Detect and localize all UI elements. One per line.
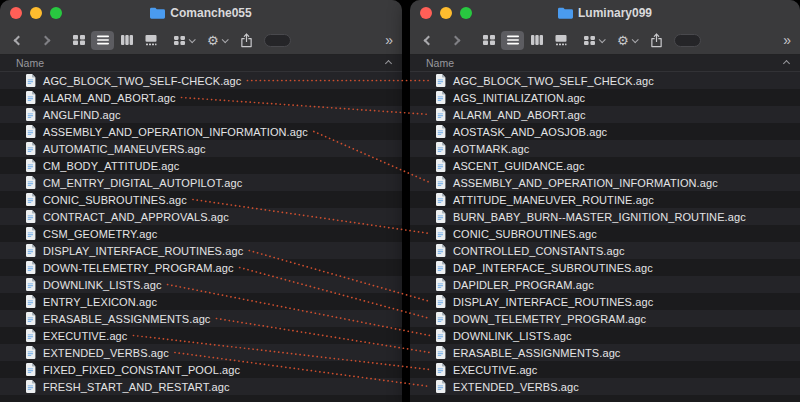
forward-button[interactable]	[40, 32, 54, 48]
document-icon	[25, 193, 36, 206]
chevron-down-icon	[599, 36, 606, 43]
zoom-button[interactable]	[50, 7, 62, 19]
gallery-view-button[interactable]	[139, 31, 162, 50]
file-row[interactable]: ALARM_AND_ABORT.agc	[410, 106, 800, 123]
file-row[interactable]: CSM_GEOMETRY.agc	[0, 225, 402, 242]
file-row[interactable]: DAP_INTERFACE_SUBROUTINES.agc	[410, 259, 800, 276]
file-name: AUTOMATIC_MANEUVERS.agc	[43, 143, 206, 155]
file-row[interactable]: FIXED_FIXED_CONSTANT_POOL.agc	[0, 361, 402, 378]
file-row[interactable]: ERASABLE_ASSIGNMENTS.agc	[0, 310, 402, 327]
tag-button[interactable]	[674, 34, 701, 47]
column-view-button[interactable]	[525, 31, 548, 50]
file-row[interactable]: ATTITUDE_MANEUVER_ROUTINE.agc	[410, 191, 800, 208]
file-row[interactable]: ASSEMBLY_AND_OPERATION_INFORMATION.agc	[0, 123, 402, 140]
file-row[interactable]: AUTOMATIC_MANEUVERS.agc	[0, 140, 402, 157]
file-row[interactable]: DOWNLINK_LISTS.agc	[410, 327, 800, 344]
share-button[interactable]	[238, 31, 255, 50]
column-view-button[interactable]	[115, 31, 138, 50]
titlebar[interactable]: Luminary099	[410, 0, 800, 26]
file-row[interactable]: CM_BODY_ATTITUDE.agc	[0, 157, 402, 174]
file-name: DISPLAY_INTERFACE_ROUTINES.agc	[43, 245, 243, 257]
back-button[interactable]	[420, 32, 434, 48]
chevron-right-icon	[41, 35, 51, 45]
document-icon	[25, 312, 36, 325]
file-row[interactable]: EXECUTIVE.agc	[0, 327, 402, 344]
file-row[interactable]: DOWN-TELEMETRY_PROGRAM.agc	[0, 259, 402, 276]
file-row[interactable]: EXTENDED_VERBS.agc	[410, 378, 800, 395]
toolbar-overflow-button[interactable]: »	[783, 33, 790, 47]
file-row[interactable]: ENTRY_LEXICON.agc	[0, 293, 402, 310]
document-icon	[25, 108, 36, 121]
file-row[interactable]: DISPLAY_INTERFACE_ROUTINES.agc	[410, 293, 800, 310]
group-button[interactable]	[581, 31, 606, 50]
file-name: DOWNLINK_LISTS.agc	[453, 330, 572, 342]
document-icon	[25, 244, 36, 257]
file-row[interactable]: DOWNLINK_LISTS.agc	[0, 276, 402, 293]
icon-view-button[interactable]	[477, 31, 500, 50]
back-button[interactable]	[10, 32, 24, 48]
file-name: EXECUTIVE.agc	[453, 364, 537, 376]
file-name: DAP_INTERFACE_SUBROUTINES.agc	[453, 262, 653, 274]
file-row[interactable]: EXTENDED_VERBS.agc	[0, 344, 402, 361]
document-icon	[25, 159, 36, 172]
list-view-button[interactable]	[501, 31, 524, 50]
close-button[interactable]	[420, 7, 432, 19]
action-button[interactable]: ⚙	[205, 31, 229, 50]
file-name: DAPIDLER_PROGRAM.agc	[453, 279, 594, 291]
file-row[interactable]: ASCENT_GUIDANCE.agc	[410, 157, 800, 174]
file-row[interactable]: ANGLFIND.agc	[0, 106, 402, 123]
file-row[interactable]: FRESH_START_AND_RESTART.agc	[0, 378, 402, 395]
file-row[interactable]: AGC_BLOCK_TWO_SELF-CHECK.agc	[0, 72, 402, 89]
zoom-button[interactable]	[460, 7, 472, 19]
column-view-icon	[530, 34, 544, 46]
group-button[interactable]	[171, 31, 196, 50]
list-view-button[interactable]	[91, 31, 114, 50]
chevron-left-icon	[424, 35, 434, 45]
column-header-name[interactable]: Name	[410, 55, 800, 72]
gallery-view-icon	[144, 34, 158, 46]
file-row[interactable]: CONIC_SUBROUTINES.agc	[410, 225, 800, 242]
file-name: AGS_INITIALIZATION.agc	[453, 92, 585, 104]
gallery-view-button[interactable]	[549, 31, 572, 50]
column-header-name[interactable]: Name	[0, 55, 402, 72]
file-name: ALARM_AND_ABORT.agc	[43, 92, 176, 104]
file-row[interactable]: AOSTASK_AND_AOSJOB.agc	[410, 123, 800, 140]
file-row[interactable]: CONTROLLED_CONSTANTS.agc	[410, 242, 800, 259]
close-button[interactable]	[10, 7, 22, 19]
file-row[interactable]: AGC_BLOCK_TWO_SELF_CHECK.agc	[410, 72, 800, 89]
file-row[interactable]: ASSEMBLY_AND_OPERATION_INFORMATION.agc	[410, 174, 800, 191]
window-title: Luminary099	[578, 6, 652, 20]
titlebar[interactable]: Comanche055	[0, 0, 402, 26]
file-row[interactable]: CONTRACT_AND_APPROVALS.agc	[0, 208, 402, 225]
file-row[interactable]: ALARM_AND_ABORT.agc	[0, 89, 402, 106]
forward-button[interactable]	[450, 32, 464, 48]
file-row[interactable]: CM_ENTRY_DIGITAL_AUTOPILOT.agc	[0, 174, 402, 191]
minimize-button[interactable]	[30, 7, 42, 19]
document-icon	[25, 278, 36, 291]
action-button[interactable]: ⚙	[615, 31, 639, 50]
file-row[interactable]: CONIC_SUBROUTINES.agc	[0, 191, 402, 208]
gear-icon: ⚙	[617, 34, 629, 47]
file-row[interactable]: DOWN_TELEMETRY_PROGRAM.agc	[410, 310, 800, 327]
file-row[interactable]: AOTMARK.agc	[410, 140, 800, 157]
file-row[interactable]: ERASABLE_ASSIGNMENTS.agc	[410, 344, 800, 361]
tag-button[interactable]	[264, 34, 291, 47]
minimize-button[interactable]	[440, 7, 452, 19]
document-icon	[25, 176, 36, 189]
file-list: AGC_BLOCK_TWO_SELF-CHECK.agcALARM_AND_AB…	[0, 72, 402, 402]
folder-icon	[150, 7, 165, 19]
toolbar-overflow-button[interactable]: »	[385, 33, 392, 47]
file-row[interactable]: BURN_BABY_BURN--MASTER_IGNITION_ROUTINE.…	[410, 208, 800, 225]
icon-view-button[interactable]	[67, 31, 90, 50]
file-name: ASCENT_GUIDANCE.agc	[453, 160, 585, 172]
file-row[interactable]: AGS_INITIALIZATION.agc	[410, 89, 800, 106]
file-name: ASSEMBLY_AND_OPERATION_INFORMATION.agc	[43, 126, 308, 138]
file-name: DOWNLINK_LISTS.agc	[43, 279, 162, 291]
file-row[interactable]: DISPLAY_INTERFACE_ROUTINES.agc	[0, 242, 402, 259]
file-row[interactable]: DAPIDLER_PROGRAM.agc	[410, 276, 800, 293]
share-button[interactable]	[648, 31, 665, 50]
file-name: ATTITUDE_MANEUVER_ROUTINE.agc	[453, 194, 654, 206]
gear-icon: ⚙	[207, 34, 219, 47]
file-row[interactable]: EXECUTIVE.agc	[410, 361, 800, 378]
share-icon	[650, 33, 663, 48]
